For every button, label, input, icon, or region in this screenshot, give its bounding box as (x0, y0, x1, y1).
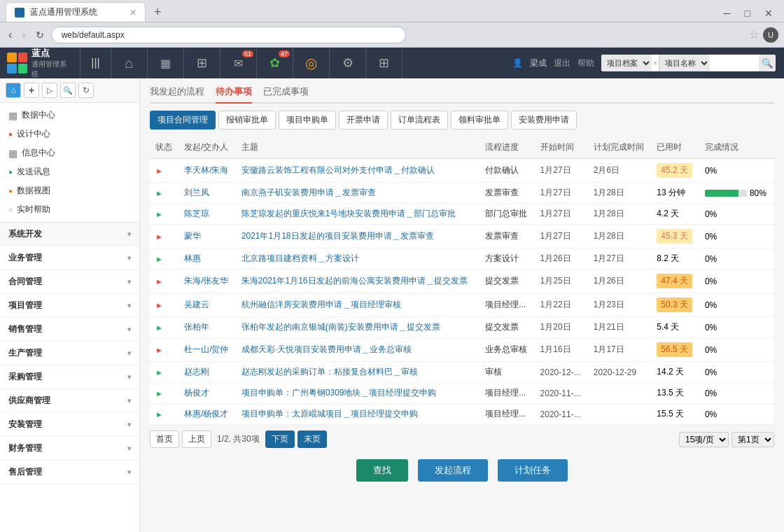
user-icon: 👤 (512, 58, 523, 68)
section-install-mgmt[interactable]: 安装管理▾ (0, 413, 139, 437)
nav-apps[interactable]: ⊞ (184, 48, 220, 78)
nav-menu-btn[interactable]: ||| (80, 48, 111, 78)
sidebar-home-btn[interactable]: ⌂ (6, 83, 21, 98)
sidebar-play-btn[interactable]: ▷ (42, 83, 57, 98)
cell-subject[interactable]: 项目申购单：广州粤钢0309地块＿项目经理提交申购 (236, 383, 480, 404)
nav-grid2[interactable]: ⊞ (366, 48, 402, 78)
sidebar-item-info-center[interactable]: ▦ 信息中心 (0, 144, 139, 162)
current-page-select[interactable]: 第1页 第2页 (732, 432, 774, 447)
table-row[interactable]: ► 张柏年 张柏年发起的南京银城(南装)安装费用申请＿提交发票 提交发票 1月2… (150, 317, 774, 338)
section-system-dev[interactable]: 系统开发▾ (0, 223, 139, 246)
filter-purchase[interactable]: 项目申购单 (279, 111, 336, 130)
page-next[interactable]: 下页 (265, 430, 295, 448)
filter-install-fee[interactable]: 安装费用申请 (511, 111, 577, 130)
cell-subject[interactable]: 赵志刚发起的采购订单：粘接复合材料巴＿审核 (236, 362, 480, 383)
nav-home[interactable]: ⌂ (111, 48, 148, 78)
section-sales-mgmt[interactable]: 销售管理▾ (0, 318, 139, 342)
cell-subject[interactable]: 杭州融信洋房安装费用申请＿项目经理审核 (236, 293, 480, 317)
table-row[interactable]: ► 林惠 北京路项目建档资料＿方案设计 方案设计 1月26日 1月27日 8.2… (150, 248, 774, 270)
tab-my-flows[interactable]: 我发起的流程 (150, 85, 204, 102)
per-page-select[interactable]: 15项/页 30项/页 (679, 432, 729, 447)
cell-subject[interactable]: 陈芝琼发起的重庆悦来1号地块安装费用申请＿部门总审批 (236, 204, 480, 225)
search-category-select[interactable]: 项目档案 (601, 55, 652, 71)
tab-favicon (15, 8, 24, 18)
sidebar-item-data-view[interactable]: ● 数据视图 (0, 181, 139, 200)
sidebar-add-btn[interactable]: + (24, 83, 39, 98)
url-input-container[interactable]: web/default.aspx (51, 27, 407, 43)
nav-message[interactable]: ✉ 51 (220, 48, 257, 78)
table-row[interactable]: ► 林惠/杨俊才 项目申购单：太原崐城项目＿项目经理提交申购 项目经理... 2… (150, 404, 774, 425)
filter-order[interactable]: 订单流程表 (391, 111, 448, 130)
maximize-button[interactable]: □ (739, 5, 756, 22)
logout-btn[interactable]: 退出 (554, 57, 570, 69)
sidebar-search-btn[interactable]: 🔍 (60, 83, 76, 98)
refresh-button[interactable]: ↻ (33, 27, 47, 43)
cell-plan: 1月28日 (588, 225, 652, 248)
cell-start: 1月27日 (535, 204, 588, 225)
help-btn[interactable]: 帮助 (578, 57, 594, 69)
browser-tab[interactable]: 蓝点通用管理系统 ✕ (6, 2, 146, 22)
table-row[interactable]: ► 赵志刚 赵志刚发起的采购订单：粘接复合材料巴＿审核 审核 2020-12-.… (150, 362, 774, 383)
filter-expense[interactable]: 报销审批单 (218, 111, 276, 130)
cell-subject[interactable]: 朱海2021年1月16日发起的前海公寓安装费用申请＿提交发票 (236, 270, 480, 293)
table-row[interactable]: ► 刘兰凤 南京燕子矶安装费用申请＿发票审查 发票审查 1月27日 1月28日 … (150, 183, 774, 204)
sidebar-item-data-center[interactable]: ▦ 数据中心 (0, 106, 139, 125)
table-row[interactable]: ► 杨俊才 项目申购单：广州粤钢0309地块＿项目经理提交申购 项目经理... … (150, 383, 774, 404)
sidebar-item-message[interactable]: ● 发送讯息 (0, 162, 139, 181)
table-row[interactable]: ► 吴建云 杭州融信洋房安装费用申请＿项目经理审核 项目经理... 1月22日 … (150, 293, 774, 317)
section-project-mgmt[interactable]: 项目管理▾ (0, 294, 139, 318)
col-status: 状态 (150, 136, 178, 159)
section-business-mgmt[interactable]: 业务管理▾ (0, 246, 139, 270)
tab-completed[interactable]: 已完成事项 (263, 85, 309, 102)
section-supplier-mgmt[interactable]: 供应商管理▾ (0, 389, 139, 413)
filter-invoice[interactable]: 开票申请 (339, 111, 388, 130)
start-flow-btn[interactable]: 发起流程 (418, 459, 488, 482)
close-button[interactable]: ✕ (759, 5, 778, 22)
sidebar-item-design-center[interactable]: ● 设计中心 (0, 125, 139, 144)
search-btn[interactable]: 查找 (356, 459, 408, 482)
sidebar-refresh-btn[interactable]: ↻ (78, 83, 94, 98)
search-type-select[interactable]: 项目名称 (659, 55, 710, 71)
tab-pending[interactable]: 待办事项 (216, 85, 252, 104)
filter-material[interactable]: 领料审批单 (451, 111, 508, 130)
minimize-button[interactable]: ─ (718, 5, 736, 22)
cell-pct: 0% (699, 338, 774, 362)
table-row[interactable]: ► 杜一山/贺仲 成都天彩·天悦项目安装费用申请＿业务总审核 业务总审核 1月1… (150, 338, 774, 362)
section-production-mgmt[interactable]: 生产管理▾ (0, 342, 139, 365)
page-first[interactable]: 首页 (150, 430, 179, 448)
header-search-input[interactable] (710, 59, 759, 67)
tab-close[interactable]: ✕ (130, 8, 136, 18)
page-prev[interactable]: 上页 (182, 430, 211, 448)
star-icon[interactable]: ☆ (749, 28, 759, 41)
plan-task-btn[interactable]: 计划任务 (498, 459, 568, 482)
table-row[interactable]: ► 陈芝琼 陈芝琼发起的重庆悦来1号地块安装费用申请＿部门总审批 部门总审批 1… (150, 204, 774, 225)
section-aftersales-mgmt[interactable]: 售后管理▾ (0, 461, 139, 484)
cell-subject[interactable]: 成都天彩·天悦项目安装费用申请＿业务总审核 (236, 338, 480, 362)
nav-chat[interactable]: ✿ 47 (257, 48, 293, 78)
header-search-button[interactable]: 🔍 (759, 55, 776, 71)
table-row[interactable]: ► 李天林/朱海 安徽路云装饰工程有限公司对外支付申请＿付款确认 付款确认 1月… (150, 159, 774, 183)
cell-subject[interactable]: 安徽路云装饰工程有限公司对外支付申请＿付款确认 (236, 159, 480, 183)
cell-subject[interactable]: 张柏年发起的南京银城(南装)安装费用申请＿提交发票 (236, 317, 480, 338)
table-row[interactable]: ► 蒙华 2021年1月18日发起的项目安装费用申请＿发票审查 发票审查 1月2… (150, 225, 774, 248)
section-finance-mgmt[interactable]: 财务管理▾ (0, 437, 139, 461)
page-last[interactable]: 末页 (298, 430, 327, 448)
new-tab-button[interactable]: + (148, 2, 167, 22)
cell-subject[interactable]: 北京路项目建档资料＿方案设计 (236, 248, 480, 270)
table-row[interactable]: ► 朱海/张友华 朱海2021年1月16日发起的前海公寓安装费用申请＿提交发票 … (150, 270, 774, 293)
section-contract-mgmt[interactable]: 合同管理▾ (0, 270, 139, 294)
section-purchase-mgmt[interactable]: 采购管理▾ (0, 365, 139, 389)
cell-subject[interactable]: 南京燕子矶安装费用申请＿发票审查 (236, 183, 480, 204)
cell-subject[interactable]: 项目申购单：太原崐城项目＿项目经理提交申购 (236, 404, 480, 425)
table-header-row: 状态 发起/交办人 主题 流程进度 开始时间 计划完成时间 已用时 完成情况 (150, 136, 774, 159)
nav-settings[interactable]: ⚙ (330, 48, 366, 78)
nav-table[interactable]: ▦ (148, 48, 184, 78)
cell-status: ► (150, 317, 178, 338)
sidebar-item-realtime-help[interactable]: ○ 实时帮助 (0, 200, 139, 219)
nav-circle[interactable]: ◎ (293, 48, 330, 78)
back-button[interactable]: ‹ (6, 26, 15, 44)
forward-button[interactable]: › (19, 26, 28, 44)
cell-subject[interactable]: 2021年1月18日发起的项目安装费用申请＿发票审查 (236, 225, 480, 248)
filter-contract[interactable]: 项目合同管理 (150, 111, 216, 130)
profile-icon[interactable]: U (763, 27, 778, 43)
